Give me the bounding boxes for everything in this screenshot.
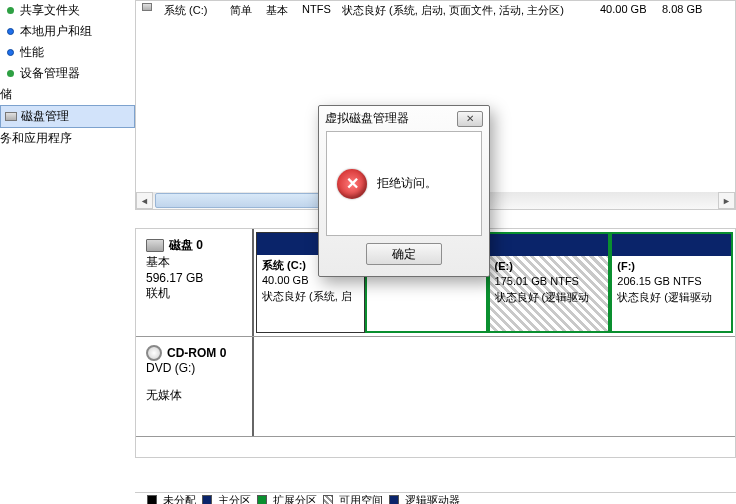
- legend: 未分配 主分区 扩展分区 可用空间 逻辑驱动器: [135, 492, 736, 504]
- cell-free: 8.08 GB: [662, 3, 712, 18]
- cdrom-title: CD-ROM 0: [167, 346, 226, 360]
- cell-status: 状态良好 (系统, 启动, 页面文件, 活动, 主分区): [342, 3, 592, 18]
- volume-status: 状态良好 (系统, 启: [262, 289, 359, 304]
- performance-icon: [4, 47, 16, 59]
- tree-item-device-manager[interactable]: 设备管理器: [0, 63, 135, 84]
- disk-size: 596.17 GB: [146, 271, 242, 285]
- dialog-title: 虚拟磁盘管理器: [325, 110, 409, 127]
- volume-e[interactable]: (E:) 175.01 GB NTFS 状态良好 (逻辑驱动: [488, 232, 611, 333]
- cell-capacity: 40.00 GB: [600, 3, 654, 18]
- cdrom-row: CD-ROM 0 DVD (G:) 无媒体: [136, 337, 735, 437]
- legend-label: 主分区: [218, 493, 251, 505]
- disk-header[interactable]: 磁盘 0 基本 596.17 GB 联机: [136, 229, 254, 336]
- volume-size: 175.01 GB NTFS: [495, 274, 604, 289]
- tree-item-local-users[interactable]: 本地用户和组: [0, 21, 135, 42]
- dialog-message: 拒绝访问。: [377, 175, 437, 192]
- cell-volume: 系统 (C:): [164, 3, 222, 18]
- disk-title: 磁盘 0: [169, 237, 203, 254]
- disk-type: 基本: [146, 254, 242, 271]
- tree-label: 磁盘管理: [21, 108, 69, 125]
- tree-label: 储: [0, 86, 12, 103]
- cdrom-header[interactable]: CD-ROM 0 DVD (G:) 无媒体: [136, 337, 254, 436]
- tree-item-shared-folders[interactable]: 共享文件夹: [0, 0, 135, 21]
- volume-status: 状态良好 (逻辑驱动: [495, 290, 604, 305]
- close-button[interactable]: ✕: [457, 111, 483, 127]
- legend-label: 扩展分区: [273, 493, 317, 505]
- disk-status: 联机: [146, 285, 242, 302]
- legend-label: 可用空间: [339, 493, 383, 505]
- legend-label: 未分配: [163, 493, 196, 505]
- close-icon: ✕: [466, 113, 474, 124]
- volume-name: (F:): [617, 259, 726, 274]
- ok-button[interactable]: 确定: [366, 243, 442, 265]
- legend-swatch-unallocated: [147, 495, 157, 504]
- disk-icon: [146, 239, 164, 252]
- volume-size: 206.15 GB NTFS: [617, 274, 726, 289]
- cdrom-volume-area: [254, 337, 735, 436]
- tree-item-services[interactable]: 务和应用程序: [0, 128, 135, 149]
- legend-label: 逻辑驱动器: [405, 493, 460, 505]
- error-dialog: 虚拟磁盘管理器 ✕ ✕ 拒绝访问。 确定: [318, 105, 490, 277]
- tree-item-disk-management[interactable]: 磁盘管理: [0, 105, 135, 128]
- volume-title-bar: [612, 234, 731, 256]
- volume-f[interactable]: (F:) 206.15 GB NTFS 状态良好 (逻辑驱动: [610, 232, 733, 333]
- disk-icon: [5, 112, 17, 121]
- volume-icon: [142, 3, 152, 11]
- cell-type: 基本: [266, 3, 294, 18]
- cdrom-sub: DVD (G:): [146, 361, 242, 375]
- tree-label: 本地用户和组: [20, 23, 92, 40]
- error-icon: ✕: [337, 169, 367, 199]
- volume-title-bar: [490, 234, 609, 256]
- nav-tree: 共享文件夹 本地用户和组 性能 设备管理器 储 磁盘管理 务和应用程序: [0, 0, 135, 504]
- cdrom-icon: [146, 345, 162, 361]
- scroll-left-button[interactable]: ◄: [136, 192, 153, 209]
- volume-status: 状态良好 (逻辑驱动: [617, 290, 726, 305]
- legend-swatch-logical: [389, 495, 399, 504]
- legend-swatch-extended: [257, 495, 267, 504]
- cdrom-status: 无媒体: [146, 387, 242, 404]
- tree-item-performance[interactable]: 性能: [0, 42, 135, 63]
- tree-item-storage[interactable]: 储: [0, 84, 135, 105]
- legend-swatch-free: [323, 495, 333, 504]
- tree-label: 性能: [20, 44, 44, 61]
- tree-label: 共享文件夹: [20, 2, 80, 19]
- users-icon: [4, 26, 16, 38]
- volume-name: (E:): [495, 259, 604, 274]
- tree-label: 设备管理器: [20, 65, 80, 82]
- scroll-right-button[interactable]: ►: [718, 192, 735, 209]
- cell-fs: NTFS: [302, 3, 334, 18]
- legend-swatch-primary: [202, 495, 212, 504]
- folder-icon: [4, 5, 16, 17]
- cell-layout: 简单: [230, 3, 258, 18]
- dialog-body: ✕ 拒绝访问。: [326, 131, 482, 236]
- table-row[interactable]: 系统 (C:) 简单 基本 NTFS 状态良好 (系统, 启动, 页面文件, 活…: [136, 1, 735, 20]
- tree-label: 务和应用程序: [0, 130, 72, 147]
- device-icon: [4, 68, 16, 80]
